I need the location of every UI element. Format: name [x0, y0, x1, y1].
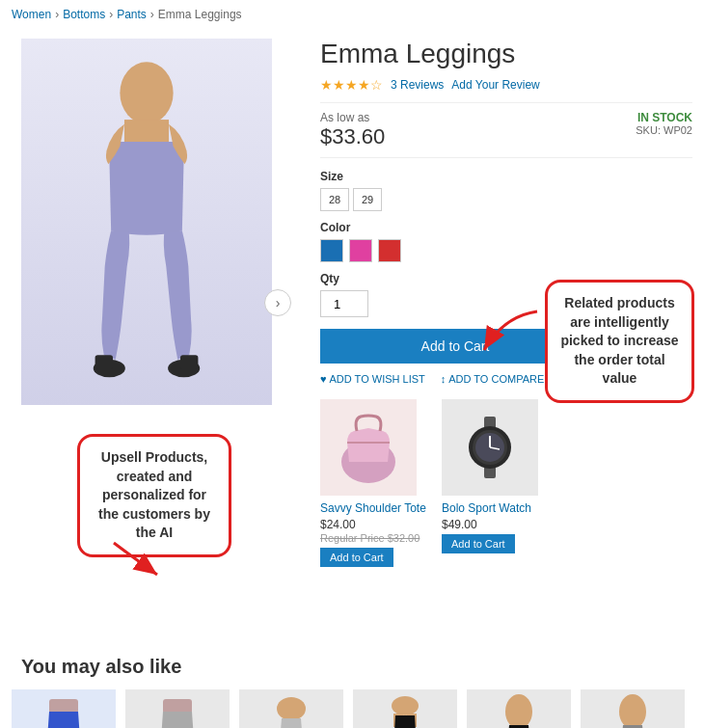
- svg-rect-18: [163, 699, 192, 714]
- color-blue-swatch[interactable]: [320, 239, 343, 262]
- upsell-product-1-image: [125, 689, 230, 728]
- annotation-arrow-left-svg: [104, 538, 172, 581]
- svg-point-23: [505, 694, 532, 728]
- price-section: As low as $33.60 IN STOCK SKU: WP02: [320, 102, 692, 158]
- upsell-product-5-image: [581, 689, 685, 728]
- upsell-product-2: Sahara Leggings As low as $60.00: [239, 689, 345, 728]
- product-price: $33.60: [320, 124, 385, 149]
- breadcrumb-bottoms[interactable]: Bottoms: [63, 8, 105, 21]
- compare-icon: ↕: [441, 373, 447, 385]
- breadcrumb-current: Emma Leggings: [158, 8, 242, 21]
- upsell-title: You may also like: [21, 656, 692, 678]
- related-product-0-add-btn[interactable]: Add to Cart: [320, 548, 393, 567]
- color-section: Color: [320, 221, 692, 262]
- svg-rect-3: [95, 355, 113, 369]
- add-to-wishlist-link[interactable]: ♥ ADD TO WISH LIST: [320, 373, 425, 385]
- size-29[interactable]: 29: [353, 188, 382, 211]
- size-section: Size 28 29: [320, 170, 692, 211]
- upsell-product-1: Cora Parachute Pant As low as $60.00: [125, 689, 231, 728]
- svg-point-20: [392, 696, 419, 715]
- as-low-as-label: As low as: [320, 111, 385, 124]
- star-rating: ★★★★☆: [320, 77, 383, 93]
- related-product-1-add-btn[interactable]: Add to Cart: [442, 534, 515, 553]
- related-product-1-price: $49.00: [442, 518, 548, 531]
- size-28[interactable]: 28: [320, 188, 349, 211]
- product-image: [21, 39, 272, 405]
- price-left: As low as $33.60: [320, 111, 385, 149]
- nav-arrow[interactable]: ›: [264, 289, 291, 316]
- breadcrumb-women[interactable]: Women: [12, 8, 51, 21]
- upsell-product-0: Ida Workout Parachute Pant As low as $38…: [12, 689, 118, 728]
- related-product-0-image: [320, 399, 417, 496]
- size-label: Size: [320, 170, 692, 183]
- related-product-0: Savvy Shoulder Tote $24.00 Regular Price…: [320, 399, 426, 567]
- review-count[interactable]: 3 Reviews: [391, 78, 444, 92]
- rating-row: ★★★★☆ 3 Reviews Add Your Review: [320, 77, 692, 93]
- breadcrumb-pants[interactable]: Pants: [117, 8, 147, 21]
- color-label: Color: [320, 221, 692, 234]
- svg-point-24: [619, 694, 646, 728]
- sku-label: SKU: WP02: [636, 124, 692, 136]
- upsell-product-4: Aeon Capri As low as $38.40: [467, 689, 573, 728]
- svg-rect-5: [180, 355, 198, 369]
- product-figure-svg: [50, 53, 243, 391]
- price-right: IN STOCK SKU: WP02: [636, 111, 692, 136]
- upsell-product-2-image: [239, 689, 343, 728]
- related-product-1-image: [442, 399, 538, 496]
- product-title: Emma Leggings: [320, 39, 692, 69]
- in-stock-badge: IN STOCK: [636, 111, 692, 124]
- related-product-1: Bolo Sport Watch $49.00 Add to Cart: [442, 399, 548, 567]
- upsell-section: You may also like Ida Workout Parachute …: [0, 644, 704, 728]
- related-product-0-name: Savvy Shoulder Tote: [320, 501, 426, 515]
- upsell-product-0-image: [12, 689, 116, 728]
- svg-rect-17: [49, 699, 78, 714]
- upsell-products-list: Ida Workout Parachute Pant As low as $38…: [12, 689, 692, 728]
- upsell-product-3-image: [353, 689, 457, 728]
- watch-svg: [451, 409, 528, 486]
- related-products-section: Savvy Shoulder Tote $24.00 Regular Price…: [320, 399, 692, 567]
- tote-bag-svg: [330, 409, 407, 486]
- qty-input[interactable]: [320, 290, 368, 317]
- related-product-0-price: $24.00 Regular Price $32.00: [320, 518, 426, 545]
- annotation-arrow-right-svg: [474, 307, 542, 360]
- svg-point-19: [277, 697, 306, 720]
- upsell-product-5: Bardot Capri As low as $38.40: [581, 689, 687, 728]
- color-pink-swatch[interactable]: [349, 239, 372, 262]
- heart-icon: ♥: [320, 373, 327, 385]
- size-options: 28 29: [320, 188, 692, 211]
- annotation-bubble-related: Related products are intelligently picke…: [545, 280, 694, 403]
- svg-point-0: [120, 62, 173, 123]
- color-red-swatch[interactable]: [378, 239, 401, 262]
- add-to-compare-link[interactable]: ↕ ADD TO COMPARE: [441, 373, 545, 385]
- related-product-1-name: Bolo Sport Watch: [442, 501, 548, 515]
- breadcrumb: Women › Bottoms › Pants › Emma Leggings: [0, 0, 704, 29]
- add-review-link[interactable]: Add Your Review: [451, 78, 539, 92]
- color-options: [320, 239, 692, 262]
- upsell-product-3: Diana Tights As low as $47.20: [353, 689, 459, 728]
- upsell-product-4-image: [467, 689, 571, 728]
